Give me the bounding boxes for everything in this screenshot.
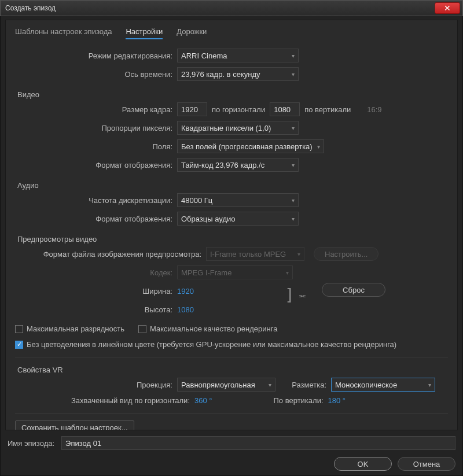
chevron-down-icon: ▾	[292, 162, 295, 168]
chevron-down-icon: ▾	[292, 53, 295, 59]
editing-mode-label: Режим редактирования:	[15, 51, 177, 60]
titlebar: Создать эпизод ✕	[0, 0, 463, 16]
section-video: Видео Размер кадра: по горизонтали по ве…	[15, 89, 448, 172]
sample-rate-label: Частота дискретизации:	[15, 196, 177, 205]
preview-width-label: Ширина:	[15, 287, 177, 296]
chevron-down-icon: ▾	[292, 71, 295, 78]
preview-heading: Предпросмотры видео	[15, 234, 448, 245]
codec-dropdown: MPEG I-Frame ▾	[177, 265, 293, 279]
chevron-down-icon: ▾	[292, 197, 295, 204]
chevron-down-icon: ▾	[269, 382, 271, 388]
chevron-down-icon: ▾	[292, 216, 295, 222]
sequence-name-label: Имя эпизода:	[8, 439, 57, 448]
section-preview: Предпросмотры видео Формат файла изображ…	[15, 234, 448, 349]
checkbox-icon	[15, 325, 23, 333]
chevron-down-icon: ▾	[297, 251, 300, 257]
ok-button[interactable]: OK	[334, 457, 392, 471]
video-display-format-label: Формат отображения:	[15, 161, 177, 169]
configure-button: Настроить...	[314, 247, 379, 261]
section-vr: Свойства VR Проекция: Равнопрямоугольная…	[15, 364, 448, 405]
dialog-buttons: OK Отмена	[5, 452, 458, 471]
divider	[15, 413, 448, 414]
section-audio: Аудио Частота дискретизации: 48000 Гц ▾ …	[15, 180, 448, 226]
audio-display-format-dropdown[interactable]: Образцы аудио ▾	[177, 212, 299, 226]
fields-label: Поля:	[15, 142, 177, 151]
vertical-text: по вертикали	[304, 105, 351, 114]
captured-horizontal-label: Захваченный вид по горизонтали:	[15, 396, 194, 405]
checkbox-icon	[138, 325, 146, 333]
codec-label: Кодек:	[15, 268, 177, 277]
frame-size-label: Размер кадра:	[15, 105, 177, 114]
window-title: Создать эпизод	[5, 4, 435, 12]
max-bit-depth-checkbox[interactable]: Максимальная разрядность	[15, 324, 124, 333]
horizontal-text: по горизонтали	[212, 105, 265, 114]
chevron-down-icon: ▾	[317, 143, 320, 150]
preview-height-label: Высота:	[15, 305, 177, 314]
link-icon[interactable]: ⫘	[298, 291, 306, 300]
cancel-button[interactable]: Отмена	[398, 457, 455, 471]
chevron-down-icon: ▾	[292, 125, 295, 131]
audio-heading: Аудио	[15, 180, 448, 191]
preview-height-value[interactable]: 1080	[177, 305, 194, 314]
fields-dropdown[interactable]: Без полей (прогрессивная развертка) ▾	[177, 139, 324, 153]
chevron-down-icon: ▾	[428, 382, 431, 388]
captured-vertical-value[interactable]: 180 °	[328, 396, 346, 405]
close-icon: ✕	[444, 4, 451, 12]
frame-width-input[interactable]	[177, 102, 207, 116]
linear-color-checkbox[interactable]: ✓ Без цветоделения в линейном цвете (тре…	[15, 340, 448, 349]
max-render-quality-checkbox[interactable]: Максимальное качество рендеринга	[138, 324, 277, 333]
audio-display-format-label: Формат отображения:	[15, 215, 177, 223]
aspect-ratio-text: 16:9	[367, 105, 381, 114]
section-general: Режим редактирования: ARRI Cinema ▾ Ось …	[15, 49, 448, 81]
captured-horizontal-value[interactable]: 360 °	[194, 396, 212, 405]
video-heading: Видео	[15, 89, 448, 100]
editing-mode-dropdown[interactable]: ARRI Cinema ▾	[177, 49, 299, 62]
divider	[15, 357, 448, 357]
main-panel: Шаблоны настроек эпизода Настройки Дорож…	[5, 20, 458, 430]
sample-rate-dropdown[interactable]: 48000 Гц ▾	[177, 193, 299, 207]
preview-file-format-dropdown: I-Frame только MPEG ▾	[206, 247, 304, 261]
close-button[interactable]: ✕	[435, 2, 460, 14]
tab-tracks[interactable]: Дорожки	[177, 27, 207, 39]
tab-settings[interactable]: Настройки	[126, 27, 163, 39]
projection-dropdown[interactable]: Равнопрямоугольная ▾	[177, 378, 275, 392]
save-preset-button[interactable]: Сохранить шаблон настроек...	[15, 420, 134, 430]
projection-label: Проекция:	[15, 381, 177, 389]
bracket-icon: ]	[285, 287, 295, 304]
captured-vertical-label: По вертикали:	[212, 396, 328, 405]
sequence-name-input[interactable]	[61, 436, 455, 450]
preview-file-format-label: Формат файла изображения предпросмотра:	[15, 250, 206, 259]
preview-width-value[interactable]: 1920	[177, 287, 194, 296]
pixel-aspect-dropdown[interactable]: Квадратные пиксели (1,0) ▾	[177, 121, 299, 135]
chevron-down-icon: ▾	[286, 270, 289, 276]
frame-height-input[interactable]	[270, 102, 300, 116]
tab-presets[interactable]: Шаблоны настроек эпизода	[15, 27, 112, 39]
video-display-format-dropdown[interactable]: Тайм-код 23,976 кадр./с ▾	[177, 158, 299, 172]
timebase-label: Ось времени:	[15, 70, 177, 79]
layout-dropdown[interactable]: Моноскопическое ▾	[331, 378, 435, 392]
timebase-dropdown[interactable]: 23,976 кадр. в секунду ▾	[177, 67, 299, 81]
reset-button[interactable]: Сброс	[322, 283, 385, 297]
sequence-name-row: Имя эпизода:	[5, 430, 458, 452]
dialog-body: Шаблоны настроек эпизода Настройки Дорож…	[0, 16, 463, 476]
tab-bar: Шаблоны настроек эпизода Настройки Дорож…	[15, 27, 448, 39]
vr-heading: Свойства VR	[15, 364, 448, 375]
layout-label: Разметка:	[280, 381, 331, 389]
checkbox-checked-icon: ✓	[15, 341, 23, 349]
pixel-aspect-label: Пропорции пикселя:	[15, 124, 177, 132]
